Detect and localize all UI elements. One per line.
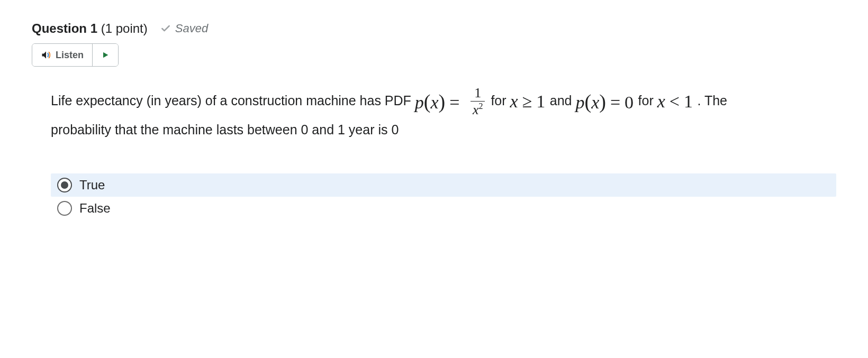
question-number: 1 [91, 21, 97, 35]
math-pdf: p(x)= [415, 93, 468, 112]
question-label: Question [32, 21, 87, 35]
answer-options: True False [32, 173, 836, 220]
radio-icon [57, 201, 72, 216]
question-text-for-1: for [491, 93, 510, 108]
option-label: False [79, 201, 111, 216]
option-label: True [79, 178, 105, 192]
question-text-period: . [697, 93, 704, 108]
radio-icon [57, 178, 72, 192]
question-text: Life expectancy (in years) of a construc… [32, 86, 752, 142]
speaker-icon [41, 50, 51, 60]
saved-indicator: Saved [160, 22, 208, 35]
listen-label: Listen [56, 50, 84, 61]
question-header: Question 1 (1 point) Saved [32, 21, 836, 36]
math-cond-2: x<1 [657, 91, 698, 111]
math-fraction: 1 x2 [471, 86, 485, 117]
question-title: Question 1 (1 point) [32, 21, 148, 36]
question-text-and: and [550, 93, 576, 108]
option-true[interactable]: True [51, 173, 836, 197]
option-false[interactable]: False [51, 197, 836, 220]
question-text-part-1: Life expectancy (in years) of a construc… [51, 93, 415, 108]
saved-text: Saved [175, 22, 208, 35]
question-text-for-2: for [638, 93, 657, 108]
listen-button[interactable]: Listen [32, 44, 92, 66]
listen-button-group: Listen [32, 43, 119, 67]
check-icon [160, 23, 171, 34]
question-points: (1 point) [101, 21, 148, 35]
play-icon [101, 51, 110, 59]
math-cond-1: x≥1 [510, 91, 550, 111]
math-pdf-zero: p(x)=0 [575, 93, 638, 112]
play-button[interactable] [92, 44, 118, 66]
